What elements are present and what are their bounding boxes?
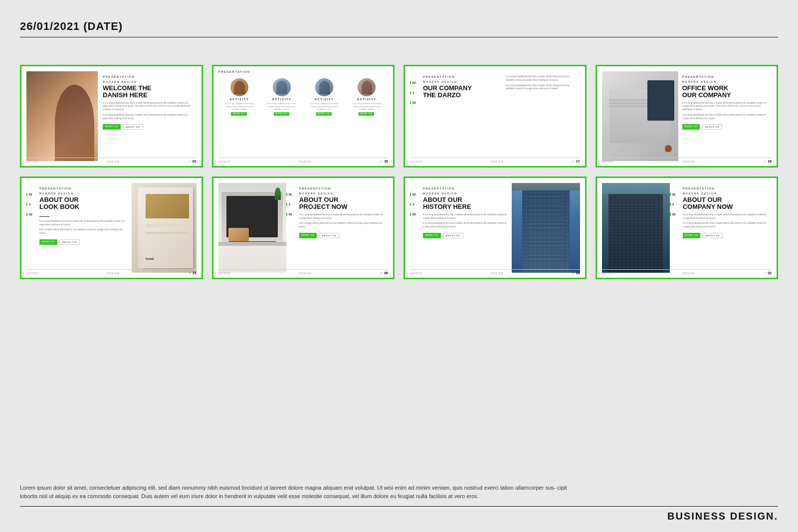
slide-6-nums: 02 3 03: [286, 183, 295, 273]
slide-5-arrow: →: [51, 214, 54, 217]
slide-5-body: It is a long established fact that a rea…: [39, 220, 128, 227]
slide-6-footer: LAYOUT DESIGN → 06: [218, 269, 389, 275]
slide-6-num1: 02: [286, 193, 295, 196]
slide-5-nums: 02 3 03: [26, 183, 35, 273]
slide-5-footer: LAYOUT DESIGN → 15: [26, 269, 197, 275]
slide-8-num1: 02: [670, 193, 679, 196]
page-footer: Lorem ipsum dolor sit amet, consectetuer…: [20, 484, 778, 522]
slide-7-body2: It is a long established fact that a rea…: [423, 222, 508, 229]
activity-1-desc: It is a long established fact that a rea…: [224, 102, 254, 111]
slide-4-body: It is a long established fact that a rea…: [682, 102, 768, 112]
slide-8-label: PRESENTATION: [683, 187, 768, 190]
slide-5-btn2[interactable]: ABOUT US: [59, 239, 80, 245]
slide-8-image: [602, 183, 670, 273]
slide-8: 02 3 05 PRESENTATION MODERN DESIGN ABOUT…: [596, 177, 779, 279]
slide-7-btn1[interactable]: MORE US: [423, 233, 441, 238]
slide-3-footer-design: DESIGN: [491, 160, 503, 163]
slide-2-footer-num: → 16: [380, 160, 388, 163]
slide-1-btn2[interactable]: ABOUT US: [123, 124, 143, 130]
slide-5-footer-layout: LAYOUT: [26, 272, 39, 275]
slide-3-num2: 3: [410, 91, 419, 94]
slide-4-subtitle: MODERN DESIGN: [682, 80, 768, 83]
slide-1-image: [26, 71, 98, 161]
slide-3-body: It is a long established fact that a rea…: [505, 75, 578, 82]
slide-1-btn1[interactable]: MORE US: [103, 124, 121, 130]
slide-8-city: [602, 183, 670, 273]
slide-7-subtitle: MODERN DESIGN: [423, 192, 508, 195]
slide-3-footer-num: → 17: [572, 160, 580, 163]
slide-7-buttons: MORE US ABOUT US: [423, 233, 508, 238]
slide-6-buttons: MORE US ABOUT US: [299, 233, 384, 238]
activity-2-btn[interactable]: MORE US: [274, 112, 289, 116]
slide-5-footer-design: DESIGN: [107, 272, 120, 275]
slide-6-label: PRESENTATION: [299, 187, 384, 190]
activity-2-img: [273, 78, 291, 96]
slide-2-footer-design: DESIGN: [299, 160, 312, 163]
activity-3-img: [315, 78, 333, 96]
slide-1-body: It is a long established fact that a rea…: [103, 102, 193, 112]
slide-5-subtitle: MODERN DESIGN: [39, 192, 128, 195]
slide-6-content: PRESENTATION MODERN DESIGN ABOUT OURPROJ…: [295, 183, 388, 273]
slide-7-footer-design: DESIGN: [491, 272, 503, 275]
slide-1-footer-design: DESIGN: [107, 160, 120, 163]
slide-5-footer-num: → 15: [188, 271, 197, 275]
activity-1-label: ACTIVITY: [230, 98, 249, 101]
slide-6-btn1[interactable]: MORE US: [299, 233, 317, 238]
slide-7-footer-layout: LAYOUT: [410, 272, 423, 275]
slide-8-btn1[interactable]: MORE US: [683, 233, 701, 238]
slide-6-num3: 03: [286, 213, 295, 216]
slide-6-btn2[interactable]: ABOUT US: [319, 233, 339, 238]
slides-grid: PRESENTATION MODERN DESIGN WELCOME THEDA…: [20, 65, 778, 279]
slide-7-label: PRESENTATION: [423, 187, 508, 190]
slide-6-body: It is a long established fact that a rea…: [299, 213, 384, 220]
footer-line: [20, 506, 778, 507]
slide-5-buttons: MORE US ABOUT US: [39, 239, 128, 245]
slide-3-title: OUR COMPANYTHE DARZO: [423, 85, 499, 99]
slide-2-footer-layout: LAYOUT: [218, 160, 231, 163]
slide-1-content: PRESENTATION MODERN DESIGN WELCOME THEDA…: [98, 71, 197, 161]
slide-8-buttons: MORE US ABOUT US: [683, 233, 768, 238]
slide-8-btn2[interactable]: ABOUT US: [702, 233, 723, 238]
slide-4-label: PRESENTATION: [682, 75, 768, 78]
slide-5-title: ABOUT OURLOOK BOOK: [39, 196, 128, 211]
slide-8-num3: 05: [670, 213, 679, 216]
slide-7-btn2[interactable]: ABOUT US: [443, 233, 463, 238]
slide-3-nums: 02 3 03: [410, 71, 419, 161]
slide-3-footer-layout: LAYOUT: [410, 160, 423, 163]
slide-7-footer: LAYOUT DESIGN → 04: [410, 269, 580, 275]
slide-8-title: ABOUT OURCOMPANY NOW: [683, 196, 768, 211]
activity-3-desc: It is a long established fact that a rea…: [309, 102, 339, 111]
slide-7-num3: 05: [410, 213, 419, 216]
slide-3-right: It is a long established fact that a rea…: [503, 71, 580, 161]
slide-3-content: PRESENTATION MODERN DESIGN OUR COMPANYTH…: [419, 71, 503, 161]
slide-2-footer: LAYOUT DESIGN → 16: [218, 158, 389, 163]
header: 26/01/2021 (DATE): [20, 20, 778, 37]
slide-6-footer-layout: LAYOUT: [218, 272, 231, 275]
slide-6-title: ABOUT OURPROJECT NOW: [299, 196, 384, 211]
activity-3-btn[interactable]: MORE US: [316, 112, 332, 116]
activity-4-label: ACTIVITY: [357, 98, 377, 101]
slide-4-buttons: MORE US ABOUT US: [682, 124, 768, 130]
slide-8-footer-layout: LAYOUT: [602, 272, 615, 275]
activity-4-btn[interactable]: MORE US: [359, 112, 374, 116]
activity-4: ACTIVITY It is a long established fact t…: [352, 78, 382, 116]
slide-4-btn2[interactable]: ABOUT US: [702, 124, 722, 130]
slide-4-footer: LAYOUT DESIGN → 16: [602, 158, 772, 163]
activity-4-img: [358, 78, 376, 96]
slide-8-footer-num: → 03: [763, 271, 772, 275]
slide-5-image: Foundr: [132, 183, 196, 273]
activity-2-label: ACTIVITY: [272, 98, 292, 101]
slide-7-footer-num: → 04: [572, 271, 580, 275]
slide-5-btn1[interactable]: MORE US: [39, 239, 57, 245]
footer-brand: BUSINESS DESIGN.: [20, 511, 778, 522]
slide-8-num2: 3: [670, 203, 679, 206]
slide-3-label: PRESENTATION: [423, 75, 499, 78]
header-line: [20, 37, 778, 37]
slide-4-btn1[interactable]: MORE US: [682, 124, 700, 130]
activity-1-btn[interactable]: MORE US: [231, 112, 246, 116]
slide-7-building: [512, 183, 580, 273]
slide-5-magazine: Foundr: [132, 183, 196, 273]
slide-8-body: It is a long established fact that a rea…: [683, 213, 768, 220]
slide-5-label: PRESENTATION: [39, 187, 128, 190]
slide-5-num1: 02: [26, 193, 35, 196]
